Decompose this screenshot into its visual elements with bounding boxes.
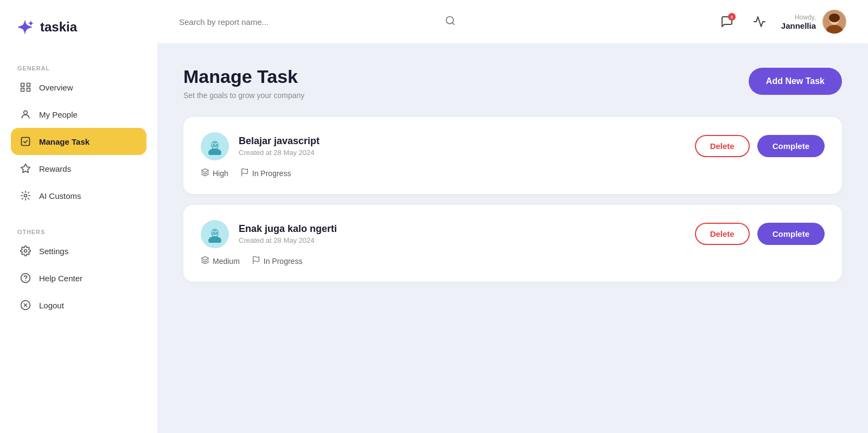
topbar-icons: 3 Howdy, Jannellia <box>716 10 846 34</box>
task-priority-label-2: Medium <box>213 257 240 266</box>
sidebar-item-help-center[interactable]: Help Center <box>11 264 146 292</box>
svg-marker-36 <box>201 256 208 260</box>
svg-point-7 <box>24 195 27 197</box>
content-area: Manage Task Set the goals to grow your c… <box>157 44 868 433</box>
username-label: Jannellia <box>781 21 816 30</box>
task-actions-1: Delete Complete <box>695 135 825 157</box>
complete-button-2[interactable]: Complete <box>757 223 825 245</box>
search-input[interactable] <box>179 17 439 27</box>
howdy-label: Howdy, <box>781 14 816 21</box>
task-priority-1: High <box>201 168 228 179</box>
sidebar-section-general: GENERAL Overview My People M <box>11 59 146 209</box>
topbar: 3 Howdy, Jannellia <box>157 0 868 44</box>
svg-point-19 <box>829 14 840 22</box>
status-icon-1 <box>240 168 249 179</box>
sidebar-item-label-settings: Settings <box>39 247 68 256</box>
my-people-icon <box>20 108 31 120</box>
task-details-2: Enak juga kalo ngerti Created at 28 May … <box>239 223 337 244</box>
sidebar-section-others: OTHERS Settings Help Center <box>11 222 146 319</box>
task-card-1: Belajar javascript Created at 28 May 202… <box>183 117 842 194</box>
sidebar-item-label-my-people: My People <box>39 110 78 119</box>
rewards-icon <box>20 163 31 175</box>
svg-rect-1 <box>27 83 30 87</box>
task-status-label-1: In Progress <box>252 169 291 178</box>
svg-rect-3 <box>27 88 30 92</box>
task-name-2: Enak juga kalo ngerti <box>239 223 337 235</box>
message-button[interactable] <box>749 11 770 33</box>
page-title: Manage Task <box>183 66 304 88</box>
priority-icon-1 <box>201 168 209 179</box>
sidebar-item-ai-customs[interactable]: AI Customs <box>11 182 146 209</box>
logout-icon <box>20 299 31 311</box>
sidebar-item-settings[interactable]: Settings <box>11 237 146 264</box>
sidebar-item-manage-task[interactable]: Manage Task <box>11 128 146 155</box>
avatar <box>822 10 846 34</box>
task-priority-label-1: High <box>213 169 228 178</box>
task-date-1: Created at 28 May 2024 <box>239 148 320 157</box>
svg-point-35 <box>216 231 218 232</box>
sidebar-item-label-logout: Logout <box>39 301 64 310</box>
delete-button-1[interactable]: Delete <box>695 135 750 157</box>
search-area <box>179 15 707 29</box>
sidebar-item-my-people[interactable]: My People <box>11 101 146 128</box>
priority-icon-2 <box>201 256 209 267</box>
task-status-1: In Progress <box>240 168 291 179</box>
task-avatar-2 <box>201 220 229 248</box>
task-card-top-2: Enak juga kalo ngerti Created at 28 May … <box>201 220 825 248</box>
notification-button[interactable]: 3 <box>716 11 738 33</box>
section-label-general: GENERAL <box>11 61 146 74</box>
task-details-1: Belajar javascript Created at 28 May 202… <box>239 135 320 157</box>
task-priority-2: Medium <box>201 256 240 267</box>
overview-icon <box>20 81 31 93</box>
task-name-1: Belajar javascript <box>239 135 320 147</box>
svg-point-25 <box>213 144 214 145</box>
svg-rect-5 <box>22 138 30 146</box>
task-card-top-1: Belajar javascript Created at 28 May 202… <box>201 132 825 160</box>
status-icon-2 <box>252 256 260 267</box>
page-header-text: Manage Task Set the goals to grow your c… <box>183 66 304 100</box>
svg-point-34 <box>213 231 214 232</box>
sidebar-item-rewards[interactable]: Rewards <box>11 155 146 182</box>
svg-line-15 <box>452 22 455 24</box>
search-icon <box>445 15 456 29</box>
main-content: 3 Howdy, Jannellia <box>157 0 868 433</box>
sidebar-item-label-overview: Overview <box>39 83 73 92</box>
manage-task-icon <box>20 135 31 147</box>
svg-rect-2 <box>21 88 24 92</box>
add-new-task-button[interactable]: Add New Task <box>749 68 842 95</box>
sidebar-item-logout[interactable]: Logout <box>11 292 146 319</box>
sidebar-item-label-manage-task: Manage Task <box>39 137 90 146</box>
svg-point-8 <box>24 250 27 253</box>
svg-marker-27 <box>201 169 208 172</box>
page-subtitle: Set the goals to grow your company <box>183 91 304 100</box>
task-status-2: In Progress <box>252 256 303 267</box>
sidebar-item-label-rewards: Rewards <box>39 164 71 173</box>
task-avatar-1 <box>201 132 229 160</box>
task-info-1: Belajar javascript Created at 28 May 202… <box>201 132 320 160</box>
sidebar-item-overview[interactable]: Overview <box>11 74 146 101</box>
logo: taskia <box>11 17 146 37</box>
task-meta-1: High In Progress <box>201 168 825 179</box>
delete-button-2[interactable]: Delete <box>695 223 750 245</box>
task-meta-2: Medium In Progress <box>201 256 825 267</box>
task-actions-2: Delete Complete <box>695 223 825 245</box>
page-header: Manage Task Set the goals to grow your c… <box>183 66 842 100</box>
app-name: taskia <box>40 20 77 35</box>
task-date-2: Created at 28 May 2024 <box>239 236 337 244</box>
sidebar-item-label-ai-customs: AI Customs <box>39 191 81 201</box>
greeting-text: Howdy, Jannellia <box>781 14 816 30</box>
notification-badge: 3 <box>728 13 736 21</box>
section-label-others: OTHERS <box>11 224 146 237</box>
sidebar-item-label-help-center: Help Center <box>39 274 82 283</box>
sidebar: taskia GENERAL Overview My People <box>0 0 157 433</box>
svg-point-4 <box>24 111 28 114</box>
ai-customs-icon <box>20 190 31 202</box>
task-status-label-2: In Progress <box>264 257 303 266</box>
logo-icon <box>15 17 35 37</box>
task-card-2: Enak juga kalo ngerti Created at 28 May … <box>183 205 842 282</box>
settings-icon <box>20 245 31 257</box>
complete-button-1[interactable]: Complete <box>757 135 825 157</box>
svg-point-26 <box>216 144 218 145</box>
help-center-icon <box>20 272 31 284</box>
svg-rect-0 <box>21 83 24 87</box>
